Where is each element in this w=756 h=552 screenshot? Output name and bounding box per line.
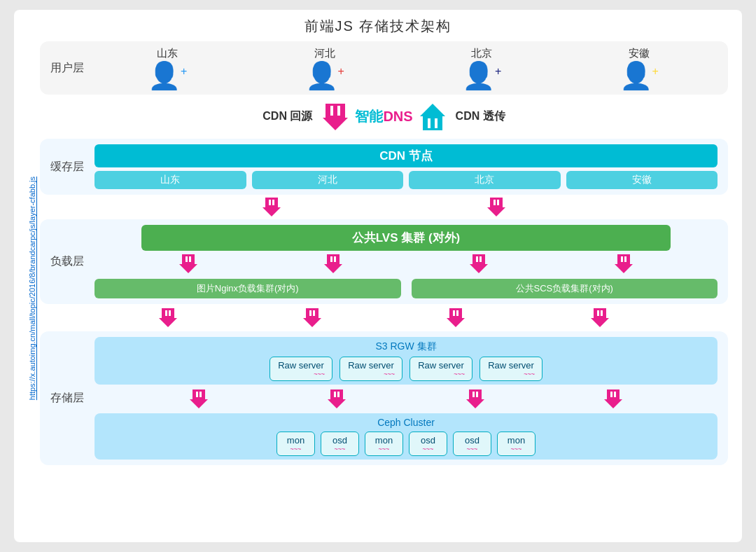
raw-servers-row: Raw server ~~~ Raw server ~~~ Raw server…: [270, 357, 542, 381]
raw-server-2: Raw server ~~~: [410, 357, 472, 381]
arrow6: [615, 254, 633, 273]
user-items: 山东 👤+ 河北 👤+ 北京 👤+ 安徽 👤+: [89, 47, 718, 89]
cdn-sub-beijing: 北京: [409, 171, 561, 189]
cdn-sub-anhui: 安徽: [566, 171, 718, 189]
arrow14: [604, 389, 622, 408]
ceph-label: Ceph Cluster: [377, 417, 435, 428]
cache-layer: 缓存层 CDN 节点 山东 河北 北京 安徽: [40, 139, 728, 195]
arrow9: [447, 308, 465, 327]
user-icon-shandong: 👤+: [148, 62, 187, 89]
s3-area: S3 RGW 集群 Raw server ~~~ Raw server ~~~: [94, 337, 718, 385]
ceph-area: Ceph Cluster mon ~~~ osd ~~~ mon: [94, 413, 718, 460]
arrow13: [466, 389, 484, 408]
cdn-sub-nodes: 山东 河北 北京 安徽: [94, 171, 718, 189]
user-icon-anhui: 👤+: [620, 62, 659, 89]
lvs-box: 公共LVS 集群 (对外): [141, 225, 671, 251]
user-icon-beijing: 👤+: [462, 62, 501, 89]
ceph-node-osd-2: osd ~~~: [453, 432, 491, 456]
raw-server-0: Raw server ~~~: [270, 357, 332, 381]
ceph-node-mon-2: mon ~~~: [497, 432, 536, 456]
cache-layer-content: CDN 节点 山东 河北 北京 安徽: [94, 144, 718, 189]
arrow-up-shaft: [423, 116, 442, 130]
load-sub-nginx: 图片Nginx负载集群(对内): [94, 279, 401, 298]
user-item-hebei: 河北 👤+: [305, 47, 344, 89]
storage-layer-label: 存储层: [50, 391, 89, 406]
arrow8: [303, 308, 321, 327]
storage-layer-content: S3 RGW 集群 Raw server ~~~ Raw server ~~~: [94, 337, 718, 460]
main-container: 前端JS 存储技术架构 https://x.autoimg.cn/mall/to…: [14, 10, 742, 542]
cdn-up-arrow: [420, 104, 445, 130]
load-layer-content: 公共LVS 集群 (对外): [94, 225, 718, 298]
arrow-up-head: [420, 104, 445, 116]
user-name-hebei: 河北: [314, 47, 335, 60]
cdn-down-arrow: [323, 104, 348, 130]
user-name-beijing: 北京: [471, 47, 492, 60]
user-name-shandong: 山东: [157, 47, 178, 60]
user-layer: 用户层 山东 👤+ 河北 👤+ 北京 👤+ 安徽: [40, 41, 728, 95]
ceph-node-mon-1: mon ~~~: [365, 432, 403, 456]
arrow10: [591, 308, 609, 327]
arrow1: [262, 198, 281, 216]
user-item-beijing: 北京 👤+: [462, 47, 501, 89]
ceph-node-osd-1: osd ~~~: [409, 432, 447, 456]
arrow-shaft: [326, 104, 345, 118]
ceph-node-osd-0: osd ~~~: [321, 432, 359, 456]
user-layer-label: 用户层: [50, 61, 89, 76]
cache-to-load-arrows: [40, 198, 728, 216]
arrow2: [487, 198, 505, 216]
raw-server-3: Raw server ~~~: [479, 357, 542, 381]
arrow7: [159, 308, 177, 327]
cdn-node-box: CDN 节点: [94, 144, 718, 167]
page-title: 前端JS 存储技术架构: [304, 17, 452, 36]
cdn-sub-shandong: 山东: [94, 171, 246, 189]
load-layer-label: 负载层: [50, 254, 89, 269]
ceph-nodes-row: mon ~~~ osd ~~~ mon ~~~: [276, 432, 536, 456]
user-item-shandong: 山东 👤+: [148, 47, 187, 89]
load-to-storage-arrows: [40, 307, 728, 329]
ceph-node-mon-0: mon ~~~: [276, 432, 315, 456]
diagram-content: 用户层 山东 👤+ 河北 👤+ 北京 👤+ 安徽: [40, 41, 728, 535]
load-sub-scs: 公共SCS负载集群(对内): [412, 279, 718, 298]
arrow12: [328, 389, 346, 408]
arrow-head: [323, 118, 348, 130]
cdn-area: CDN 回源 智能DNS CDN 透传: [40, 97, 728, 136]
arrow11: [190, 389, 208, 408]
user-icon-hebei: 👤+: [305, 62, 344, 89]
load-layer: 负载层 公共LVS 集群 (对外): [40, 219, 728, 304]
s3-to-ceph-arrows: [94, 388, 718, 410]
dns-label: 智能DNS: [355, 107, 412, 126]
diagram-area: https://x.autoimg.cn/mall/topic/2016/8/b…: [28, 41, 728, 535]
storage-layer: 存储层 S3 RGW 集群 Raw server ~~~ Raw server: [40, 331, 728, 465]
user-item-anhui: 安徽 👤+: [620, 47, 659, 89]
s3-label: S3 RGW 集群: [375, 340, 436, 353]
user-name-anhui: 安徽: [629, 47, 650, 60]
load-sub-row: 图片Nginx负载集群(对内) 公共SCS负载集群(对内): [94, 279, 718, 298]
cdn-return-label: CDN 回源: [262, 109, 312, 124]
cache-layer-label: 缓存层: [50, 160, 89, 174]
cdn-through-label: CDN 透传: [456, 109, 505, 124]
side-url[interactable]: https://x.autoimg.cn/mall/topic/2016/8/b…: [28, 173, 36, 403]
arrow4: [324, 254, 342, 273]
arrow3: [179, 254, 197, 273]
arrow5: [470, 254, 488, 273]
raw-server-1: Raw server ~~~: [340, 357, 402, 381]
lvs-arrows: [94, 254, 718, 273]
cdn-sub-hebei: 河北: [252, 171, 404, 189]
